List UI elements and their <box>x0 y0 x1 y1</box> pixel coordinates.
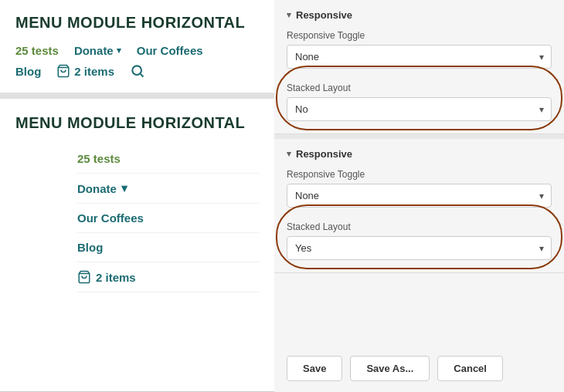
responsive-toggle-select-bottom[interactable]: None Toggle Collapse <box>287 184 552 208</box>
cart-icon <box>56 64 70 78</box>
cart-wrap-1[interactable]: 2 items <box>56 64 114 78</box>
responsive-toggle-label-bottom: Responsive Toggle <box>287 169 552 180</box>
preview-block-2: MENU MODULE HORIZONTAL 25 tests Donate ▾… <box>0 99 274 392</box>
menu-stacked: 25 tests Donate ▾ Our Coffees Blog 2 ite… <box>15 144 259 292</box>
donate-chevron-icon: ▾ <box>117 46 121 56</box>
blog-stacked[interactable]: Blog <box>77 233 259 262</box>
responsive-toggle-select-wrap-bottom: None Toggle Collapse ▾ <box>287 184 552 208</box>
cart-stacked-icon <box>77 270 91 284</box>
responsive-toggle-field-top: Responsive Toggle None Toggle Collapse ▾ <box>287 30 552 69</box>
responsive-toggle-select-wrap-top: None Toggle Collapse ▾ <box>287 45 552 69</box>
section-chevron-icon-top: ▾ <box>287 10 291 20</box>
section-header-bottom: ▾ Responsive <box>287 148 552 160</box>
stacked-layout-label-top: Stacked Layout <box>287 83 552 93</box>
cart-stacked[interactable]: 2 items <box>77 262 259 292</box>
menu-horizontal: 25 tests Donate ▾ Our Coffees <box>15 44 259 57</box>
menu-row2: Blog 2 items <box>15 63 259 79</box>
responsive-toggle-field-bottom: Responsive Toggle None Toggle Collapse ▾ <box>287 169 552 208</box>
stacked-layout-select-wrap-bottom: No Yes ▾ <box>287 236 552 260</box>
settings-section-bottom: ▾ Responsive Responsive Toggle None Togg… <box>274 139 564 273</box>
our-coffees-link-1[interactable]: Our Coffees <box>137 44 203 57</box>
section-label-top: Responsive <box>296 9 352 21</box>
donate-stacked-chevron-icon: ▾ <box>121 181 127 195</box>
blog-link-1[interactable]: Blog <box>15 65 41 78</box>
responsive-toggle-select-top[interactable]: None Toggle Collapse <box>287 45 552 69</box>
search-icon[interactable] <box>130 63 145 79</box>
settings-section-top: ▾ Responsive Responsive Toggle None Togg… <box>274 0 564 134</box>
section-label-bottom: Responsive <box>296 148 352 160</box>
left-panel: MENU MODULE HORIZONTAL 25 tests Donate ▾… <box>0 0 274 392</box>
cancel-button[interactable]: Cancel <box>437 356 503 381</box>
section-chevron-icon-bottom: ▾ <box>287 149 291 159</box>
svg-point-1 <box>132 66 141 75</box>
stacked-layout-select-top[interactable]: No Yes <box>287 97 552 121</box>
stacked-layout-field-bottom: Stacked Layout No Yes ▾ <box>287 215 552 263</box>
stacked-layout-select-wrap-top: No Yes ▾ <box>287 97 552 121</box>
stacked-layout-select-bottom[interactable]: No Yes <box>287 236 552 260</box>
stacked-layout-field-top: Stacked Layout No Yes ▾ <box>287 76 552 124</box>
cart-items-1: 2 items <box>74 65 114 78</box>
donate-link-1[interactable]: Donate ▾ <box>74 44 121 57</box>
right-panel: ▾ Responsive Responsive Toggle None Togg… <box>274 0 564 392</box>
stacked-layout-label-bottom: Stacked Layout <box>287 221 552 232</box>
our-coffees-stacked[interactable]: Our Coffees <box>77 204 259 233</box>
section-header-top: ▾ Responsive <box>287 9 552 21</box>
save-button[interactable]: Save <box>287 356 342 381</box>
svg-line-2 <box>141 74 144 77</box>
tests-count-1: 25 tests <box>15 44 59 57</box>
donate-stacked[interactable]: Donate ▾ <box>77 174 259 204</box>
preview-block-1: MENU MODULE HORIZONTAL 25 tests Donate ▾… <box>0 0 274 99</box>
tests-count-2: 25 tests <box>77 144 259 174</box>
bottom-buttons: Save Save As... Cancel <box>274 345 564 392</box>
module-title-1: MENU MODULE HORIZONTAL <box>15 14 259 32</box>
responsive-toggle-label-top: Responsive Toggle <box>287 30 552 41</box>
module-title-2: MENU MODULE HORIZONTAL <box>15 114 259 132</box>
save-as-button[interactable]: Save As... <box>350 356 430 381</box>
